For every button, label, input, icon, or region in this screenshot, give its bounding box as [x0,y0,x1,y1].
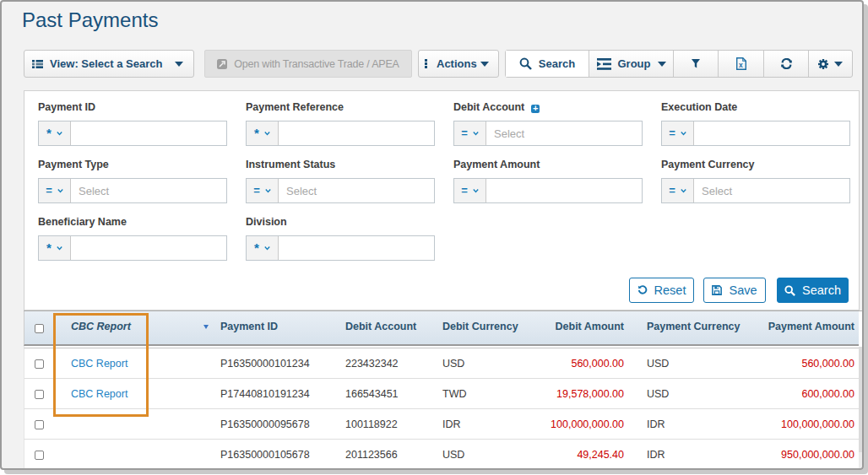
svg-text:x: x [739,61,743,69]
